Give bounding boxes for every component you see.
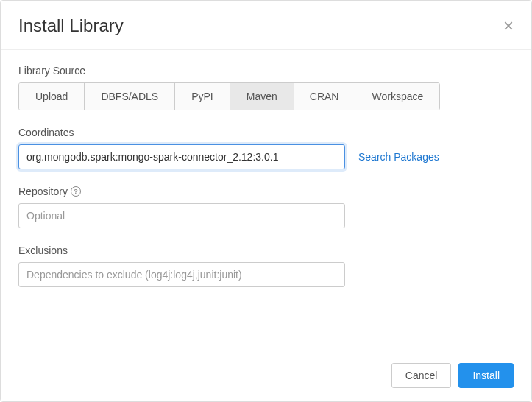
install-library-modal: Install Library × Library Source Upload … bbox=[0, 0, 532, 402]
tab-pypi[interactable]: PyPI bbox=[175, 83, 230, 110]
modal-title: Install Library bbox=[18, 15, 124, 36]
library-source-label: Library Source bbox=[18, 65, 514, 77]
repository-label-row: Repository ? bbox=[18, 186, 514, 197]
repository-section: Repository ? bbox=[18, 186, 514, 228]
cancel-button[interactable]: Cancel bbox=[391, 363, 452, 388]
modal-body: Library Source Upload DBFS/ADLS PyPI Mav… bbox=[1, 50, 531, 353]
help-icon[interactable]: ? bbox=[71, 186, 81, 197]
tab-workspace[interactable]: Workspace bbox=[355, 83, 439, 110]
coordinates-input[interactable] bbox=[18, 144, 345, 169]
library-source-tabs: Upload DBFS/ADLS PyPI Maven CRAN Workspa… bbox=[18, 82, 440, 110]
tab-maven[interactable]: Maven bbox=[230, 82, 294, 110]
exclusions-section: Exclusions bbox=[18, 244, 514, 287]
modal-footer: Cancel Install bbox=[1, 353, 531, 401]
close-icon: × bbox=[503, 15, 514, 35]
search-packages-link[interactable]: Search Packages bbox=[358, 151, 439, 163]
repository-label: Repository bbox=[18, 186, 68, 197]
close-button[interactable]: × bbox=[503, 17, 514, 35]
install-button[interactable]: Install bbox=[458, 363, 514, 388]
coordinates-section: Coordinates Search Packages bbox=[18, 127, 514, 169]
tab-cran[interactable]: CRAN bbox=[294, 83, 356, 110]
modal-header: Install Library × bbox=[1, 1, 531, 50]
coordinates-label: Coordinates bbox=[18, 127, 514, 138]
repository-input[interactable] bbox=[18, 203, 345, 228]
tab-dbfs-adls[interactable]: DBFS/ADLS bbox=[85, 83, 175, 110]
tab-upload[interactable]: Upload bbox=[19, 83, 85, 110]
exclusions-label: Exclusions bbox=[18, 244, 514, 256]
exclusions-input[interactable] bbox=[18, 262, 345, 287]
library-source-section: Library Source Upload DBFS/ADLS PyPI Mav… bbox=[18, 65, 514, 110]
coordinates-row: Search Packages bbox=[18, 144, 514, 169]
